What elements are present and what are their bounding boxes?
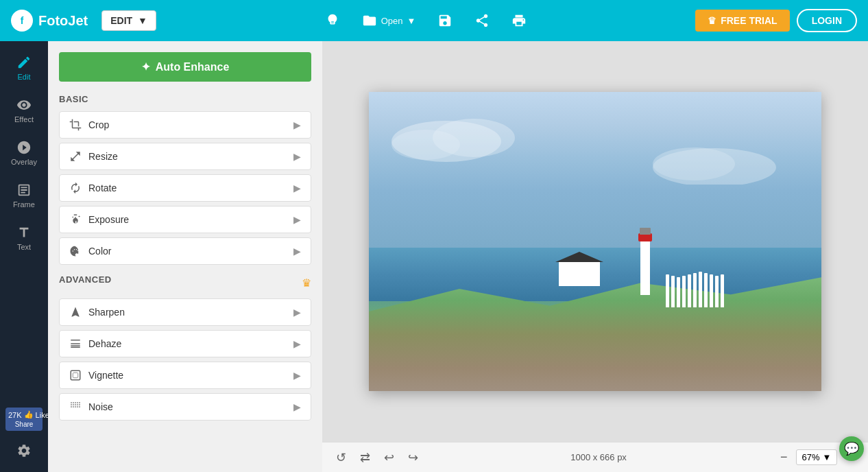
cloud-svg — [391, 107, 529, 162]
main-area: Edit Effect Overlay Frame Text 27K 👍 Lik… — [0, 41, 868, 472]
chevron-down-icon: ▼ — [138, 15, 147, 26]
thumbs-up-icon: 👍 — [24, 410, 34, 419]
crop-tool-row[interactable]: Crop ▶ — [59, 111, 311, 139]
vignette-arrow-icon: ▶ — [293, 370, 301, 381]
redo-btn[interactable]: ↪ — [405, 447, 421, 468]
svg-rect-1 — [73, 373, 78, 378]
logo-area: f FotoJet — [11, 10, 88, 32]
exposure-label: Exposure — [88, 214, 129, 225]
fence-post — [715, 276, 719, 307]
fence-post — [682, 276, 686, 307]
fence-post — [688, 274, 691, 307]
sharpen-tool-row[interactable]: Sharpen ▶ — [59, 298, 311, 326]
resize-tool-row[interactable]: Resize ▶ — [59, 143, 311, 170]
sharpen-label: Sharpen — [88, 307, 125, 318]
sidebar-bottom: 27K 👍 Like Share — [0, 408, 48, 472]
nav-center: Open ▼ — [165, 13, 687, 28]
chat-bubble[interactable]: 💬 — [839, 436, 864, 461]
sparkle-icon: ✦ — [141, 60, 150, 73]
color-label: Color — [88, 246, 111, 257]
color-arrow-icon: ▶ — [293, 246, 301, 257]
color-tool-left: Color — [69, 245, 111, 257]
fence-post — [677, 277, 680, 307]
basic-section-title: BASIC — [59, 94, 311, 104]
open-btn[interactable]: Open ▼ — [362, 13, 416, 28]
vignette-tool-row[interactable]: Vignette ▶ — [59, 362, 311, 389]
save-btn[interactable] — [437, 13, 453, 28]
zoom-out-button[interactable]: − — [776, 449, 792, 466]
fb-count: 27K — [8, 411, 22, 419]
undo-btn[interactable]: ↩ — [381, 447, 397, 468]
basic-section: BASIC Crop ▶ Resize ▶ Rotate — [59, 94, 311, 265]
dehaze-arrow-icon: ▶ — [293, 338, 301, 349]
tools-panel: ✦ Auto Enhance BASIC Crop ▶ Resize ▶ — [48, 41, 322, 472]
svg-point-6 — [653, 148, 735, 180]
dehaze-tool-left: Dehaze — [69, 338, 121, 350]
rotate-tool-row[interactable]: Rotate ▶ — [59, 174, 311, 202]
dehaze-tool-row[interactable]: Dehaze ▶ — [59, 330, 311, 357]
sidebar-item-frame[interactable]: Frame — [0, 176, 48, 215]
crop-tool-left: Crop — [69, 119, 109, 131]
edit-label: EDIT — [110, 15, 132, 26]
cloud-svg-2 — [653, 137, 776, 185]
zoom-dropdown[interactable]: 67% ▼ — [796, 449, 838, 465]
resize-label: Resize — [88, 151, 118, 162]
noise-tool-row[interactable]: Noise ▶ — [59, 393, 311, 421]
fence-post — [710, 274, 713, 307]
print-btn[interactable] — [511, 13, 527, 28]
crown-icon: ♛ — [708, 15, 716, 26]
sidebar-item-text[interactable]: Text — [0, 218, 48, 258]
fb-share-label: Share — [8, 421, 40, 428]
color-tool-row[interactable]: Color ▶ — [59, 237, 311, 265]
sidebar-label-text: Text — [17, 243, 31, 251]
resize-tool-left: Resize — [69, 150, 118, 163]
canvas-area: 💬 ↺ ⇄ ↩ ↪ 1000 x 666 px − 67% ▼ + — [322, 41, 868, 472]
sidebar-label-overlay: Overlay — [11, 158, 37, 166]
sharpen-tool-left: Sharpen — [69, 306, 125, 318]
compare-btn[interactable]: ⇄ — [357, 447, 373, 468]
exposure-tool-left: Exposure — [69, 213, 129, 226]
canvas-viewport — [322, 41, 868, 442]
fence-post — [693, 273, 697, 307]
idea-icon-btn[interactable] — [325, 13, 340, 28]
fb-widget[interactable]: 27K 👍 Like Share — [5, 408, 43, 431]
free-trial-button[interactable]: ♛ FREE TRIAL — [695, 10, 789, 32]
advanced-section-title: ADVANCED — [59, 274, 112, 285]
fence — [663, 273, 821, 307]
share-btn[interactable] — [474, 13, 490, 28]
open-chevron-icon: ▼ — [407, 16, 416, 26]
sidebar-label-frame: Frame — [13, 200, 35, 209]
auto-enhance-label: Auto Enhance — [156, 61, 230, 73]
noise-arrow-icon: ▶ — [293, 401, 301, 412]
sidebar-item-overlay[interactable]: Overlay — [0, 133, 48, 173]
edit-dropdown[interactable]: EDIT ▼ — [101, 10, 156, 31]
fb-like-row: 27K 👍 Like — [8, 410, 40, 419]
nav-right: ♛ FREE TRIAL LOGIN — [695, 9, 857, 32]
top-nav: f FotoJet EDIT ▼ Open ▼ ♛ FREE TRIAL LOG — [0, 0, 868, 41]
fb-like-label: Like — [36, 411, 49, 419]
logo-text: FotoJet — [38, 13, 88, 29]
sidebar-item-edit[interactable]: Edit — [0, 48, 48, 88]
svg-rect-0 — [71, 370, 80, 380]
image-size-display: 1000 x 666 px — [429, 452, 768, 462]
vignette-tool-left: Vignette — [69, 369, 123, 381]
fence-post — [671, 276, 675, 307]
exposure-tool-row[interactable]: Exposure ▶ — [59, 206, 311, 233]
logo-icon: f — [11, 10, 33, 32]
zoom-level-label: 67% — [802, 452, 820, 462]
sidebar-item-settings[interactable] — [0, 436, 48, 465]
auto-enhance-button[interactable]: ✦ Auto Enhance — [59, 52, 311, 82]
resize-arrow-icon: ▶ — [293, 151, 301, 162]
exposure-arrow-icon: ▶ — [293, 214, 301, 225]
sidebar-item-effect[interactable]: Effect — [0, 91, 48, 130]
login-button[interactable]: LOGIN — [797, 9, 857, 32]
fence-post — [704, 273, 708, 307]
noise-tool-left: Noise — [69, 401, 113, 413]
zoom-chevron-icon: ▼ — [823, 452, 832, 462]
reset-btn[interactable]: ↺ — [333, 447, 349, 468]
crop-label: Crop — [88, 119, 109, 130]
fence-post — [721, 274, 724, 307]
vignette-label: Vignette — [88, 370, 123, 381]
sidebar-label-effect: Effect — [14, 115, 34, 123]
photo-canvas — [369, 92, 821, 391]
